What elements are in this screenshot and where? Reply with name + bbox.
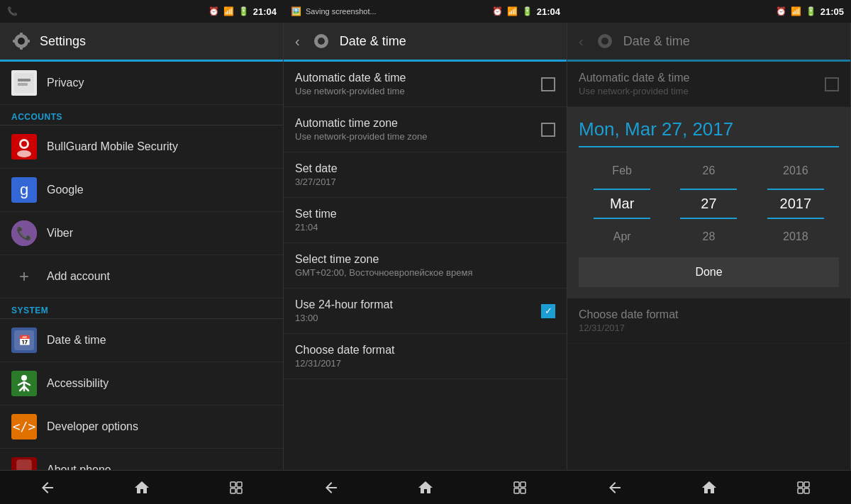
battery-icon-2: 🔋 (522, 6, 533, 16)
day-prev[interactable]: 26 (680, 162, 737, 180)
about-label: About phone (47, 464, 111, 470)
viber-label: Viber (47, 227, 73, 240)
auto-datetime-item[interactable]: Automatic date & time Use network-provid… (284, 62, 567, 107)
year-selected[interactable]: 2017 (767, 189, 824, 219)
month-prev[interactable]: Feb (594, 162, 650, 180)
back-button-2[interactable] (311, 474, 351, 502)
date-format-subtitle: 12/31/2017 (295, 358, 395, 369)
settings-item-viber[interactable]: 📞 Viber (0, 212, 283, 255)
set-time-text: Set time 21:04 (295, 208, 337, 233)
privacy-icon (11, 70, 37, 96)
status-time-3: 21:05 (821, 6, 844, 17)
auto-timezone-title: Automatic time zone (295, 117, 427, 130)
svg-rect-27 (17, 460, 31, 470)
settings-item-add-account[interactable]: + Add account (0, 255, 283, 298)
datetime-icon: 📅 (11, 327, 37, 353)
use-24hour-checkbox[interactable] (541, 304, 555, 318)
add-account-label: Add account (47, 270, 110, 283)
date-format-dim-item: Choose date format 12/31/2017 (567, 298, 850, 344)
google-icon: g (11, 177, 37, 203)
settings-item-developer[interactable]: </> Developer options (0, 405, 283, 449)
select-timezone-title: Select time zone (295, 253, 472, 266)
status-right-icons-1: ⏰ 📶 🔋 21:04 (208, 6, 277, 17)
date-picker-widget: Mon, Mar 27, 2017 Feb Mar Apr 26 27 28 (567, 107, 850, 298)
battery-icon-3: 🔋 (806, 6, 816, 16)
svg-text:📞: 📞 (16, 225, 33, 241)
done-button[interactable]: Done (579, 257, 839, 287)
auto-timezone-item[interactable]: Automatic time zone Use network-provided… (284, 107, 567, 152)
use-24hour-item[interactable]: Use 24-hour format 13:00 (284, 289, 567, 334)
back-button-1[interactable] (28, 474, 67, 502)
datetime-content: Automatic date & time Use network-provid… (284, 62, 567, 470)
select-timezone-item[interactable]: Select time zone GMT+02:00, Восточноевро… (284, 243, 567, 289)
recents-button-2[interactable] (500, 474, 540, 502)
date-format-item[interactable]: Choose date format 12/31/2017 (284, 334, 567, 379)
svg-rect-2 (20, 33, 23, 36)
settings-title: Settings (40, 34, 86, 49)
month-column[interactable]: Feb Mar Apr (594, 162, 650, 246)
select-timezone-text: Select time zone GMT+02:00, Восточноевро… (295, 253, 472, 278)
alarm-icon-2: ⏰ (492, 6, 503, 16)
recents-button-3[interactable] (784, 474, 823, 502)
home-button-1[interactable] (122, 474, 162, 502)
day-selected[interactable]: 27 (680, 189, 737, 219)
set-time-item[interactable]: Set time 21:04 (284, 198, 567, 243)
svg-point-32 (601, 38, 608, 45)
datepicker-content: Automatic date & time Use network-provid… (567, 62, 850, 470)
viber-icon: 📞 (11, 220, 37, 246)
auto-datetime-text: Automatic date & time Use network-provid… (295, 72, 406, 96)
svg-rect-40 (521, 488, 525, 493)
set-date-item[interactable]: Set date 3/27/2017 (284, 152, 567, 198)
auto-datetime-subtitle: Use network-provided time (295, 86, 406, 96)
developer-label: Developer options (47, 420, 138, 433)
svg-rect-35 (230, 488, 235, 493)
status-left-icons-1: 📞 (7, 6, 18, 16)
auto-timezone-text: Automatic time zone Use network-provided… (295, 117, 427, 142)
day-next[interactable]: 28 (680, 228, 737, 246)
settings-item-google[interactable]: g Google (0, 169, 283, 212)
year-next[interactable]: 2018 (767, 228, 824, 246)
set-date-text: Set date 3/27/2017 (295, 162, 338, 187)
date-format-dim-title: Choose date format (579, 308, 679, 321)
home-button-2[interactable] (406, 474, 445, 502)
use-24hour-subtitle: 13:00 (295, 313, 393, 323)
alarm-icon-3: ⏰ (776, 6, 786, 16)
settings-item-about[interactable]: About phone (0, 449, 283, 470)
settings-item-accessibility[interactable]: Accessibility (0, 362, 283, 405)
status-left-icons-2: 🖼️ Saving screenshot... (291, 6, 377, 16)
year-column[interactable]: 2016 2017 2018 (767, 162, 824, 246)
svg-rect-34 (237, 482, 242, 487)
status-time-1: 21:04 (253, 6, 277, 17)
svg-rect-7 (18, 79, 30, 82)
date-format-text: Choose date format 12/31/2017 (295, 344, 395, 369)
settings-item-bullguard[interactable]: BullGuard Mobile Security (0, 125, 283, 169)
gear-icon-3 (595, 31, 615, 51)
recents-button-1[interactable] (216, 474, 256, 502)
svg-point-30 (318, 38, 325, 45)
auto-datetime-checkbox[interactable] (541, 77, 555, 91)
add-icon: + (11, 264, 37, 289)
bullguard-icon (11, 134, 37, 159)
day-column[interactable]: 26 27 28 (680, 162, 737, 246)
back-icon-2[interactable]: ‹ (295, 33, 300, 50)
privacy-label: Privacy (47, 77, 84, 89)
back-icon-3[interactable]: ‹ (579, 33, 584, 50)
status-time-2: 21:04 (537, 6, 560, 17)
back-button-3[interactable] (595, 474, 635, 502)
svg-rect-3 (20, 46, 23, 50)
main-panels: Settings Privacy ACCOUNTS (0, 23, 851, 470)
date-format-dim-text: Choose date format 12/31/2017 (579, 308, 679, 333)
year-prev[interactable]: 2016 (767, 162, 824, 180)
settings-item-datetime[interactable]: 📅 Date & time (0, 319, 283, 362)
month-next[interactable]: Apr (594, 228, 650, 246)
picker-columns: Feb Mar Apr 26 27 28 2016 2017 2018 (579, 156, 839, 252)
month-selected[interactable]: Mar (594, 189, 650, 219)
use-24hour-text: Use 24-hour format 13:00 (295, 298, 393, 323)
set-time-subtitle: 21:04 (295, 222, 337, 233)
navigation-bar (0, 470, 851, 504)
auto-timezone-checkbox[interactable] (541, 123, 555, 137)
svg-point-21 (21, 375, 27, 381)
gear-icon (11, 31, 31, 51)
home-button-3[interactable] (689, 474, 729, 502)
settings-item-privacy[interactable]: Privacy (0, 62, 283, 105)
